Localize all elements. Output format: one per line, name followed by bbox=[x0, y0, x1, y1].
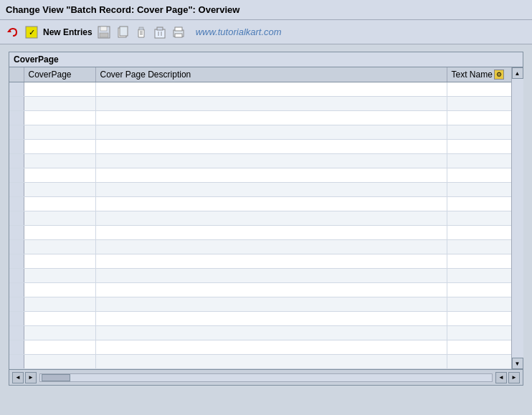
row-indicator bbox=[9, 140, 24, 154]
main-content: CoverPage CoverPage Cover Page Descripti… bbox=[0, 44, 532, 393]
cell-textname bbox=[447, 125, 511, 140]
cell-coverpage bbox=[24, 183, 95, 197]
col-header-description: Cover Page Description bbox=[95, 67, 447, 82]
table-row[interactable] bbox=[9, 355, 511, 369]
table-row[interactable] bbox=[9, 283, 511, 297]
table-row[interactable] bbox=[9, 269, 511, 283]
group-header: CoverPage bbox=[9, 52, 523, 67]
cell-coverpage bbox=[24, 312, 95, 326]
row-indicator bbox=[9, 326, 24, 340]
cell-description bbox=[95, 355, 447, 369]
svg-rect-8 bbox=[139, 27, 143, 30]
cell-description bbox=[95, 211, 447, 226]
svg-rect-13 bbox=[157, 27, 163, 30]
hscroll-far-right-button[interactable]: ► bbox=[508, 372, 520, 383]
cell-textname bbox=[447, 355, 511, 369]
table-row[interactable] bbox=[9, 226, 511, 240]
table-row[interactable] bbox=[9, 240, 511, 254]
svg-rect-4 bbox=[100, 27, 107, 31]
hscroll-right-button-left[interactable]: ► bbox=[25, 372, 37, 383]
row-indicator bbox=[9, 154, 24, 168]
table-row[interactable] bbox=[9, 82, 511, 97]
table-row[interactable] bbox=[9, 312, 511, 326]
row-indicator bbox=[9, 312, 24, 326]
cell-coverpage bbox=[24, 111, 95, 125]
svg-text:✓: ✓ bbox=[29, 28, 35, 37]
column-settings-icon[interactable]: ⚙ bbox=[494, 70, 504, 80]
cell-description bbox=[95, 168, 447, 183]
cell-description bbox=[95, 111, 447, 125]
cell-textname bbox=[447, 297, 511, 312]
table-row[interactable] bbox=[9, 125, 511, 140]
cell-description bbox=[95, 283, 447, 297]
table-row[interactable] bbox=[9, 111, 511, 125]
cell-coverpage bbox=[24, 269, 95, 283]
row-indicator bbox=[9, 97, 24, 111]
print-icon[interactable] bbox=[171, 25, 186, 39]
cell-description bbox=[95, 226, 447, 240]
delete-icon[interactable] bbox=[153, 25, 167, 39]
cell-coverpage bbox=[24, 297, 95, 312]
table-header-row: CoverPage Cover Page Description Text Na… bbox=[9, 67, 511, 82]
cell-coverpage bbox=[24, 211, 95, 226]
row-indicator bbox=[9, 355, 24, 369]
cell-coverpage bbox=[24, 125, 95, 140]
hscroll-right-button[interactable]: ◄ bbox=[495, 372, 507, 383]
new-entries-button[interactable]: New Entries bbox=[43, 27, 92, 37]
vscroll-down-button[interactable]: ▼ bbox=[512, 358, 523, 369]
table-row[interactable] bbox=[9, 297, 511, 312]
save-icon[interactable] bbox=[97, 25, 111, 39]
cell-textname bbox=[447, 82, 511, 97]
row-indicator bbox=[9, 111, 24, 125]
check-icon[interactable]: ✓ bbox=[24, 25, 39, 39]
cell-textname bbox=[447, 340, 511, 355]
cell-description bbox=[95, 197, 447, 211]
table-row[interactable] bbox=[9, 211, 511, 226]
svg-rect-7 bbox=[120, 27, 128, 36]
row-indicator bbox=[9, 297, 24, 312]
table-row[interactable] bbox=[9, 168, 511, 183]
cell-description bbox=[95, 269, 447, 283]
cell-description bbox=[95, 312, 447, 326]
cell-textname bbox=[447, 254, 511, 269]
cell-description bbox=[95, 254, 447, 269]
cell-coverpage bbox=[24, 226, 95, 240]
table-row[interactable] bbox=[9, 254, 511, 269]
data-table: CoverPage Cover Page Description Text Na… bbox=[9, 67, 511, 369]
toolbar: ✓ New Entries bbox=[0, 20, 532, 44]
cell-textname bbox=[447, 197, 511, 211]
table-row[interactable] bbox=[9, 326, 511, 340]
table-row[interactable] bbox=[9, 154, 511, 168]
cell-textname bbox=[447, 226, 511, 240]
vscroll-up-button[interactable]: ▲ bbox=[512, 67, 523, 79]
bottom-scrollbar: ◄ ► ◄ ► bbox=[9, 369, 523, 385]
table-row[interactable] bbox=[9, 340, 511, 355]
row-indicator bbox=[9, 283, 24, 297]
table-row[interactable] bbox=[9, 183, 511, 197]
paste-icon[interactable] bbox=[134, 25, 148, 39]
cell-coverpage bbox=[24, 254, 95, 269]
col-header-textname: Text Name ⚙ bbox=[447, 67, 511, 82]
cell-coverpage bbox=[24, 355, 95, 369]
cell-textname bbox=[447, 97, 511, 111]
hscroll-thumb[interactable] bbox=[42, 374, 70, 381]
col-header-checkbox bbox=[9, 67, 24, 82]
table-row[interactable] bbox=[9, 97, 511, 111]
cell-coverpage bbox=[24, 326, 95, 340]
table-row[interactable] bbox=[9, 197, 511, 211]
hscroll-left-button[interactable]: ◄ bbox=[12, 372, 24, 383]
copy-icon[interactable] bbox=[115, 25, 130, 39]
cell-textname bbox=[447, 240, 511, 254]
row-indicator bbox=[9, 269, 24, 283]
new-entries-label: New Entries bbox=[43, 27, 92, 37]
cell-textname bbox=[447, 283, 511, 297]
row-indicator bbox=[9, 211, 24, 226]
cell-description bbox=[95, 240, 447, 254]
table-row[interactable] bbox=[9, 140, 511, 154]
cell-coverpage bbox=[24, 283, 95, 297]
cell-description bbox=[95, 97, 447, 111]
cell-coverpage bbox=[24, 154, 95, 168]
svg-rect-17 bbox=[175, 27, 182, 31]
cell-coverpage bbox=[24, 340, 95, 355]
undo-icon[interactable] bbox=[6, 25, 20, 39]
